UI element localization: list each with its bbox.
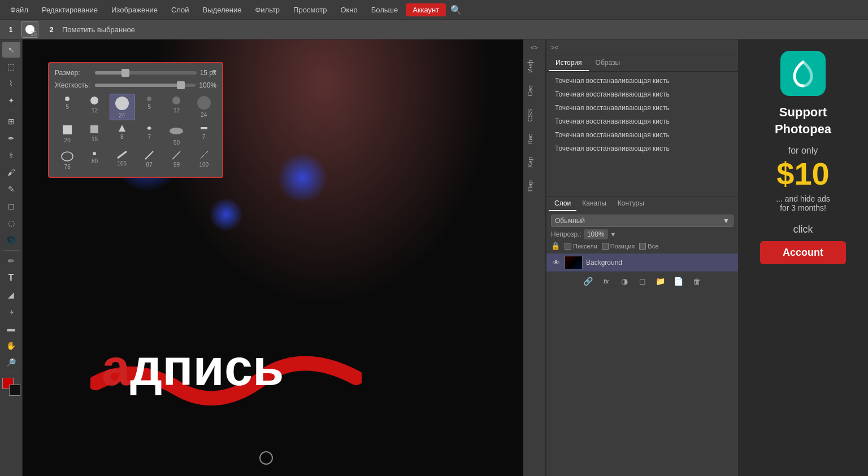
tab-snapshots[interactable]: Образы xyxy=(589,55,627,71)
side-tab-par[interactable]: Пар xyxy=(524,174,544,197)
size-slider-thumb[interactable] xyxy=(121,69,129,77)
background-color[interactable] xyxy=(9,385,20,396)
tool-crop[interactable]: ⊞ xyxy=(2,113,20,129)
tool-heal[interactable]: ⚕ xyxy=(2,147,20,163)
link-layers-button[interactable]: 🔗 xyxy=(583,276,594,287)
new-adjustment-button[interactable]: ◻ xyxy=(637,276,648,287)
lock-all[interactable]: Все xyxy=(639,243,658,250)
delete-layer-button[interactable]: 🗑 xyxy=(691,276,702,287)
menu-filter[interactable]: Фильтр xyxy=(249,3,285,16)
history-item-6[interactable]: Точечная восстанавливающая кисть xyxy=(546,142,738,155)
layer-mask-button[interactable]: ◑ xyxy=(619,276,630,287)
lock-pixels[interactable]: Пиксели xyxy=(565,243,597,250)
history-item-3[interactable]: Точечная восстанавливающая кисть xyxy=(546,101,738,115)
tool-move[interactable]: ↖ xyxy=(2,42,20,58)
opacity-value[interactable]: 100% xyxy=(584,229,608,239)
side-tab-svo[interactable]: Сво xyxy=(524,80,544,102)
tool-blur[interactable]: ◌ xyxy=(2,215,20,231)
lock-position[interactable]: Позиция xyxy=(602,243,635,250)
brush-dropdown-arrow-icon[interactable]: ▼ xyxy=(211,68,218,76)
brush-cell-7[interactable]: 20 xyxy=(55,123,80,147)
tool-zoom[interactable]: 🔎 xyxy=(2,355,20,370)
tool-brush[interactable]: 🖌 xyxy=(2,164,20,180)
menu-more[interactable]: Больше xyxy=(366,3,404,16)
brush-cell-18[interactable]: 100 xyxy=(192,149,216,171)
brush-cell-13[interactable]: 76 xyxy=(55,149,80,171)
tool-wand[interactable]: ✦ xyxy=(2,93,20,108)
brush-preview-button[interactable]: 15 xyxy=(21,21,38,38)
brush-cell-5[interactable]: 12 xyxy=(164,94,189,120)
lock-pixels-checkbox[interactable] xyxy=(565,243,571,250)
tool-stamp[interactable]: ✎ xyxy=(2,181,20,197)
brush-popup: ▼ Размер: 15 px Жесткость: 100% xyxy=(48,62,223,178)
opacity-dropdown-icon[interactable]: ▼ xyxy=(610,231,617,238)
side-tab-kis[interactable]: Кис xyxy=(524,128,544,150)
new-folder-button[interactable]: 📁 xyxy=(655,276,666,287)
menu-window[interactable]: Окно xyxy=(335,3,363,16)
tab-channels[interactable]: Каналы xyxy=(576,196,612,211)
layer-mode-select[interactable]: Обычный ▼ xyxy=(551,215,734,227)
history-item-5[interactable]: Точечная восстанавливающая кисть xyxy=(546,128,738,142)
tool-eraser[interactable]: ◻ xyxy=(2,198,20,214)
size-slider[interactable] xyxy=(95,71,197,75)
brush-cell-1[interactable]: 5 xyxy=(55,94,80,120)
tool-lasso[interactable]: ⌇ xyxy=(2,76,20,91)
lock-all-checkbox[interactable] xyxy=(639,243,646,250)
canvas-area[interactable]: адпись ▼ Размер: 15 px Жесткость: xyxy=(23,40,523,476)
brush-cell-3[interactable]: 24 xyxy=(110,94,134,120)
brush-cell-12[interactable]: 7 xyxy=(192,123,216,147)
menu-file[interactable]: Файл xyxy=(5,3,34,16)
brush-size-16: 87 xyxy=(146,161,153,168)
tool-select-rect[interactable]: ⬚ xyxy=(2,59,20,75)
hardness-slider-thumb[interactable] xyxy=(177,81,185,89)
search-icon[interactable]: 🔍 xyxy=(448,2,464,18)
menu-account[interactable]: Аккаунт xyxy=(406,3,446,16)
history-item-1[interactable]: Точечная восстанавливающая кисть xyxy=(546,74,738,88)
tool-gradient[interactable]: ◢ xyxy=(2,287,20,303)
tool-shape[interactable]: ▬ xyxy=(2,321,20,337)
tool-pen[interactable]: ✏ xyxy=(2,253,20,269)
tool-dodge[interactable]: 🌑 xyxy=(2,232,20,248)
side-tab-inf[interactable]: Инф xyxy=(524,54,544,78)
brush-cell-11[interactable]: 50 xyxy=(164,123,189,147)
history-item-2[interactable]: Точечная восстанавливающая кисть xyxy=(546,88,738,101)
tool-eyedropper[interactable]: ✒ xyxy=(2,130,20,146)
layer-background[interactable]: 👁 Background xyxy=(546,254,738,272)
brush-cell-2[interactable]: 12 xyxy=(82,94,107,120)
tool-hand[interactable]: ✋ xyxy=(2,338,20,353)
brush-cell-4[interactable]: 5 xyxy=(137,94,162,120)
brush-cell-6[interactable]: 24 xyxy=(192,94,216,120)
brush-cell-8[interactable]: 15 xyxy=(82,123,107,147)
tool-path-select[interactable]: ⍆ xyxy=(2,304,20,320)
side-tab-har[interactable]: Хар xyxy=(524,151,544,174)
hardness-slider[interactable] xyxy=(95,84,196,87)
brush-cell-9[interactable]: 8 xyxy=(110,123,134,147)
menu-image[interactable]: Изображение xyxy=(106,3,163,16)
layer-effects-button[interactable]: fx xyxy=(601,276,612,287)
panel-collapse-btn[interactable]: <> xyxy=(524,42,544,53)
brush-cell-16[interactable]: 87 xyxy=(137,149,162,171)
tab-paths[interactable]: Контуры xyxy=(612,196,650,211)
layer-visibility-icon[interactable]: 👁 xyxy=(551,257,561,268)
tab-layers[interactable]: Слои xyxy=(549,196,576,211)
history-item-4[interactable]: Точечная восстанавливающая кисть xyxy=(546,115,738,128)
tool-type[interactable]: T xyxy=(2,270,20,286)
brush-cell-17[interactable]: 99 xyxy=(164,149,189,171)
menu-layer[interactable]: Слой xyxy=(166,3,195,16)
ad-account-button[interactable]: Account xyxy=(760,241,846,264)
tab-history[interactable]: История xyxy=(549,55,589,71)
brush-cell-10[interactable]: 7 xyxy=(137,123,162,147)
brush-cell-15[interactable]: 105 xyxy=(110,149,134,171)
menu-view[interactable]: Просмотр xyxy=(288,3,332,16)
menu-selection[interactable]: Выделение xyxy=(197,3,248,16)
new-layer-button[interactable]: 📄 xyxy=(673,276,684,287)
color-swatches[interactable] xyxy=(2,378,20,396)
layer-controls: Обычный ▼ Непрозр.: 100% ▼ 🔒 Пиксели xyxy=(546,211,738,254)
panel-expand-icon[interactable]: >< xyxy=(551,44,558,51)
brush-grid: 5 12 24 5 12 xyxy=(55,94,216,171)
side-tab-css[interactable]: CSS xyxy=(524,103,544,128)
svg-point-4 xyxy=(172,97,180,104)
lock-position-checkbox[interactable] xyxy=(602,243,609,250)
brush-cell-14[interactable]: 80 xyxy=(82,149,107,171)
menu-edit[interactable]: Редактирование xyxy=(36,3,103,16)
